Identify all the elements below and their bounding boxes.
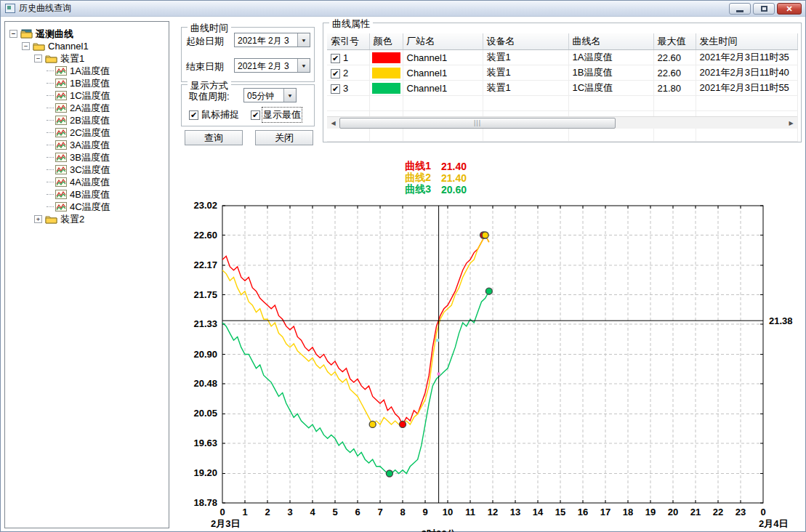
curve-time-group-title: 曲线时间 — [188, 22, 231, 35]
mouse-capture-option[interactable]: ✔ 鼠标捕捉 — [189, 108, 239, 121]
start-date-combobox[interactable]: 2021年 2月 3 ▼ — [234, 33, 310, 47]
svg-text:11: 11 — [465, 507, 475, 517]
legend-value: 21.40 — [441, 161, 467, 172]
column-header[interactable]: 发生时间 — [696, 33, 797, 50]
curve-icon — [55, 153, 67, 162]
minimize-button[interactable] — [729, 3, 751, 15]
tree-item-label: 装置1 — [60, 52, 84, 65]
period-dropdown-icon[interactable]: ▼ — [283, 89, 296, 102]
tree-item-装置2[interactable]: +装置2 — [5, 213, 169, 225]
tree-item-label: 2B温度值 — [70, 114, 110, 127]
end-date-combobox[interactable]: 2021年 2月 3 ▼ — [234, 58, 310, 73]
table-row[interactable]: ✔1Channel1装置11A温度值22.602021年2月3日11时35 — [327, 50, 797, 65]
tree-item-label: Channel1 — [48, 41, 89, 52]
close-icon: ✕ — [786, 5, 792, 13]
y-axis-labels: 23.0222.6022.1721.7521.3320.9020.4820.05… — [193, 200, 217, 508]
svg-text:19.20: 19.20 — [193, 467, 217, 478]
tree-connector — [47, 145, 54, 145]
tree-item-3A温度值[interactable]: 3A温度值 — [5, 139, 169, 151]
column-header[interactable]: 厂站名 — [403, 33, 483, 50]
mouse-capture-checkbox[interactable]: ✔ — [189, 110, 198, 120]
row-checkbox[interactable]: ✔ — [331, 54, 340, 63]
svg-text:9: 9 — [422, 507, 427, 517]
scrollbar-thumb[interactable]: ||| — [339, 118, 616, 129]
column-header[interactable]: 设备名 — [483, 33, 568, 50]
row-index: 1 — [343, 52, 348, 63]
svg-text:3: 3 — [287, 507, 292, 517]
tree-item-3C温度值[interactable]: 3C温度值 — [5, 164, 169, 176]
window-title: 历史曲线查询 — [19, 2, 71, 15]
tree-item-label: 3A温度值 — [70, 139, 110, 152]
min-marker-1B温度值 — [369, 421, 376, 427]
query-button[interactable]: 查询 — [185, 130, 243, 145]
svg-text:0: 0 — [760, 507, 765, 517]
tree-item-4B温度值[interactable]: 4B温度值 — [5, 188, 169, 201]
svg-text:18.78: 18.78 — [193, 497, 217, 508]
column-header[interactable]: 曲线名 — [568, 33, 653, 50]
svg-text:19: 19 — [645, 507, 656, 517]
tree-item-2B温度值[interactable]: 2B温度值 — [5, 114, 169, 126]
period-value: 05分钟 — [244, 89, 283, 102]
table-row[interactable]: ✔2Channel1装置11B温度值22.602021年2月3日11时40 — [327, 65, 797, 81]
legend-label: 曲线3 — [393, 183, 431, 196]
table-horizontal-scrollbar[interactable]: ◀ ||| ▶ — [327, 116, 797, 129]
tree-item-4C温度值[interactable]: 4C温度值 — [5, 201, 169, 213]
tree-connector — [47, 120, 54, 121]
close-button[interactable]: ✕ — [777, 3, 802, 15]
collapse-icon[interactable]: − — [34, 55, 42, 63]
tree-item-label: 装置2 — [60, 213, 84, 226]
collapse-icon[interactable]: − — [22, 42, 30, 50]
svg-text:4: 4 — [310, 507, 315, 517]
svg-text:21: 21 — [690, 507, 701, 517]
scroll-left-icon[interactable]: ◀ — [327, 117, 339, 129]
curve-time-group: 曲线时间 起始日期 2021年 2月 3 ▼ 结束日期 2021年 2月 3 ▼ — [181, 27, 315, 82]
crosshair-value-label: 21.38 — [769, 315, 793, 326]
tree-connector — [47, 95, 54, 96]
tree-item-1A温度值[interactable]: 1A温度值 — [5, 65, 169, 77]
show-extreme-checkbox[interactable]: ✔ — [251, 110, 260, 120]
tree-item-2C温度值[interactable]: 2C温度值 — [5, 126, 169, 139]
color-swatch — [372, 52, 400, 63]
row-checkbox[interactable]: ✔ — [331, 69, 340, 78]
column-header[interactable]: 颜色 — [369, 33, 403, 50]
x-axis-labels: 0123456789101112131415161718192021222302… — [211, 507, 788, 532]
end-date-dropdown-icon[interactable]: ▼ — [297, 59, 310, 72]
svg-text:19.63: 19.63 — [193, 438, 217, 448]
history-curve-chart[interactable]: 23.0222.6022.1721.7521.3320.9020.4820.05… — [175, 198, 806, 532]
app-icon — [5, 4, 15, 13]
scroll-right-icon[interactable]: ▶ — [785, 117, 797, 129]
maximize-button[interactable] — [753, 3, 775, 15]
tree-item-遥测曲线[interactable]: −遥测曲线 — [5, 28, 169, 40]
tree-item-2A温度值[interactable]: 2A温度值 — [5, 102, 169, 114]
expand-icon[interactable]: + — [34, 215, 42, 223]
tree-item-label: 4A温度值 — [70, 176, 110, 189]
tree-item-Channel1[interactable]: −Channel1 — [5, 40, 169, 52]
svg-text:22: 22 — [713, 507, 723, 517]
show-extreme-option[interactable]: ✔ 显示最值 — [251, 108, 301, 121]
tree-item-1C温度值[interactable]: 1C温度值 — [5, 89, 169, 102]
tree-item-装置1[interactable]: −装置1 — [5, 52, 169, 65]
svg-text:18: 18 — [623, 507, 633, 517]
tree-item-3B温度值[interactable]: 3B温度值 — [5, 151, 169, 164]
end-date-label: 结束日期 — [186, 60, 224, 73]
period-combobox[interactable]: 05分钟 ▼ — [243, 88, 297, 102]
tree-item-label: 3B温度值 — [70, 151, 110, 164]
tree-item-label: 2C温度值 — [70, 126, 110, 140]
tree-item-1B温度值[interactable]: 1B温度值 — [5, 77, 169, 89]
curve-icon — [55, 128, 67, 137]
row-index: 3 — [343, 83, 348, 94]
close-dialog-button[interactable]: 关闭 — [255, 130, 313, 145]
row-checkbox[interactable]: ✔ — [331, 84, 340, 94]
start-date-value: 2021年 2月 3 — [235, 33, 297, 47]
start-date-dropdown-icon[interactable]: ▼ — [297, 33, 310, 47]
svg-text:23.02: 23.02 — [193, 200, 217, 211]
collapse-icon[interactable]: − — [9, 30, 17, 38]
display-mode-group: 显示方式 取值周期: 05分钟 ▼ ✔ 鼠标捕捉 ✔ 显示最值 — [181, 84, 315, 126]
column-header[interactable]: 最大值 — [653, 33, 696, 50]
column-header[interactable]: 索引号 — [327, 33, 369, 50]
curve-properties-group: 曲线属性 索引号颜色厂站名设备名曲线名最大值发生时间✔1Channel1装置11… — [323, 23, 802, 142]
tree-item-4A温度值[interactable]: 4A温度值 — [5, 176, 169, 188]
chart-svg[interactable]: 23.0222.6022.1721.7521.3320.9020.4820.05… — [175, 198, 806, 532]
svg-text:8: 8 — [400, 507, 405, 517]
table-row[interactable]: ✔3Channel1装置11C温度值21.802021年2月3日11时55 — [327, 81, 797, 96]
